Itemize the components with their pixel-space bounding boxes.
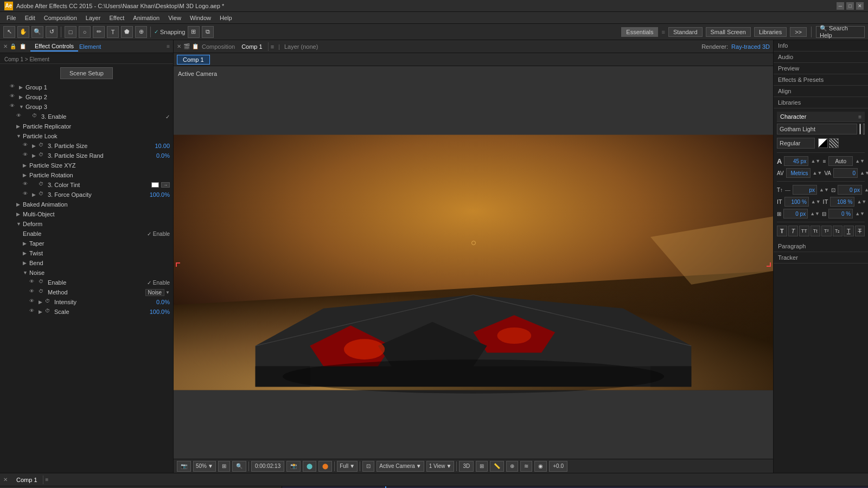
force-opacity-item[interactable]: 👁 ▶ ⏱ 3. Force Opacity 100.0% xyxy=(0,190,173,200)
group2-item[interactable]: 👁 ▶ Group 2 xyxy=(0,92,173,102)
align-section[interactable]: Align xyxy=(774,86,868,97)
tsume-up[interactable]: ▲▼ xyxy=(864,185,868,195)
zoom-tool[interactable]: 🔍 xyxy=(31,26,43,38)
font-size-up[interactable]: ▲▼ xyxy=(810,156,820,166)
noise-method-arrow[interactable]: ▼ xyxy=(165,290,170,295)
lang-up[interactable]: ▲▼ xyxy=(855,209,865,219)
rotate-tool[interactable]: ↺ xyxy=(46,26,58,38)
workspace-small-screen[interactable]: Small Screen xyxy=(706,27,751,37)
effects-presets-section[interactable]: Effects & Presets xyxy=(774,74,868,86)
workspace-standard[interactable]: Standard xyxy=(668,27,703,37)
color-tint-arrow-btn[interactable]: → xyxy=(161,182,170,188)
comp-close[interactable]: ✕ xyxy=(177,43,181,49)
views-dropdown[interactable]: 1 View ▼ xyxy=(426,461,455,472)
particle-size-eye[interactable]: 👁 xyxy=(23,142,30,150)
motion-blur-btn[interactable]: ≋ xyxy=(520,461,532,472)
noise-scale-arrow[interactable]: ▶ xyxy=(39,309,45,314)
sub-btn[interactable]: T₂ xyxy=(833,226,843,236)
noise-scale-item[interactable]: 👁 ▶ ⏱ Scale 100.0% xyxy=(0,307,173,317)
gradient-swatch[interactable] xyxy=(818,138,828,148)
italic-btn[interactable]: T xyxy=(788,226,799,236)
baked-animation-item[interactable]: ▶ Baked Animation xyxy=(0,200,173,209)
noise-enable-eye[interactable]: 👁 xyxy=(29,279,37,286)
color-tint-swatch[interactable] xyxy=(151,182,159,188)
noise-scale-value[interactable]: 100.0% xyxy=(150,309,170,315)
color-btn[interactable]: ⬤ xyxy=(303,461,316,472)
particle-rotation-arrow[interactable]: ▶ xyxy=(23,172,29,178)
panel-menu-icon[interactable]: ≡ xyxy=(167,43,170,49)
noise-arrow[interactable]: ▼ xyxy=(23,270,29,275)
deform-item[interactable]: ▼ Deform xyxy=(0,219,173,229)
zoom-arrow[interactable]: ▼ xyxy=(208,463,213,469)
font-name-field[interactable] xyxy=(777,124,857,134)
pattern-swatch[interactable] xyxy=(829,138,839,148)
vscale-field[interactable] xyxy=(784,197,809,207)
quality-dropdown[interactable]: Full ▼ xyxy=(337,461,358,472)
noise-intensity-eye[interactable]: 👁 xyxy=(29,298,37,306)
particle-rotation-item[interactable]: ▶ Particle Rotation xyxy=(0,170,173,180)
kerning-field[interactable] xyxy=(786,168,810,178)
particle-size-rand-item[interactable]: 👁 ▶ ⏱ 3. Particle Size Rand 0.0% xyxy=(0,151,173,160)
color-tint-item[interactable]: 👁 ⏱ 3. Color Tint → xyxy=(0,180,173,190)
align-tool[interactable]: ⊞ xyxy=(188,26,200,38)
menu-layer[interactable]: Layer xyxy=(81,14,105,22)
group3-item[interactable]: 👁 ▼ Group 3 xyxy=(0,102,173,112)
timeline-close[interactable]: ✕ xyxy=(3,477,8,483)
group2-eye[interactable]: 👁 xyxy=(10,93,17,101)
workspace-libraries[interactable]: Libraries xyxy=(754,27,787,37)
font-size-field[interactable] xyxy=(784,156,808,166)
workspace-expand[interactable]: ≡ xyxy=(661,29,665,35)
stroke-color[interactable] xyxy=(863,124,865,134)
timeline-comp1-tab[interactable]: Comp 1 xyxy=(11,476,43,484)
camera-arrow[interactable]: ▼ xyxy=(416,463,422,469)
mask-tool[interactable]: ⧉ xyxy=(202,26,214,38)
multi-object-item[interactable]: ▶ Multi-Object xyxy=(0,209,173,219)
baseline-up[interactable]: ▲▼ xyxy=(819,185,829,195)
close-button[interactable]: ✕ xyxy=(856,2,864,10)
bend-arrow[interactable]: ▶ xyxy=(23,260,29,266)
particle-look-arrow[interactable]: ▼ xyxy=(16,133,23,139)
minimize-button[interactable]: ─ xyxy=(837,2,844,10)
fit-btn[interactable]: ⊞ xyxy=(218,461,230,472)
noise-scale-eye[interactable]: 👁 xyxy=(29,308,37,316)
noise-enable-item[interactable]: 👁 ⏱ Enable ✓ Enable xyxy=(0,278,173,287)
puppet-tool[interactable]: ⊕ xyxy=(135,26,147,38)
caps-btn[interactable]: TT xyxy=(799,226,809,236)
noise-method-eye[interactable]: 👁 xyxy=(29,288,37,296)
kerning-up[interactable]: ▲▼ xyxy=(813,168,822,178)
group2-arrow[interactable]: ▶ xyxy=(19,94,25,100)
smallcaps-btn[interactable]: Tt xyxy=(810,226,821,236)
menu-help[interactable]: Help xyxy=(215,14,237,22)
search-help-input[interactable]: 🔍 Search Help xyxy=(816,26,865,38)
3d-btn[interactable]: 3D xyxy=(459,461,474,472)
selection-tool[interactable]: ↖ xyxy=(3,26,15,38)
baked-animation-arrow[interactable]: ▶ xyxy=(16,202,23,207)
views-arrow[interactable]: ▼ xyxy=(446,463,452,469)
particle-size-rand-arrow[interactable]: ▶ xyxy=(32,153,39,158)
particle-size-rand-eye[interactable]: 👁 xyxy=(23,152,30,159)
menu-edit[interactable]: Edit xyxy=(21,14,40,22)
shape-tool[interactable]: ⬟ xyxy=(121,26,133,38)
font-style-field[interactable] xyxy=(777,138,815,149)
audio-section[interactable]: Audio xyxy=(774,52,868,63)
menu-animation[interactable]: Animation xyxy=(129,14,164,22)
menu-file[interactable]: File xyxy=(2,14,21,22)
workspace-more[interactable]: >> xyxy=(790,27,807,37)
noise-method-item[interactable]: 👁 ⏱ Method Noise ▼ xyxy=(0,287,173,297)
group1-item[interactable]: 👁 ▶ Group 1 xyxy=(0,82,173,92)
bend-item[interactable]: ▶ Bend xyxy=(0,258,173,268)
leading-up[interactable]: ▲▼ xyxy=(855,156,865,166)
taper-arrow[interactable]: ▶ xyxy=(23,241,29,246)
tracker-section[interactable]: Tracker xyxy=(774,252,868,264)
group1-eye[interactable]: 👁 xyxy=(10,84,17,91)
super-btn[interactable]: T² xyxy=(821,226,832,236)
particle-size-rand-value[interactable]: 0.0% xyxy=(156,152,170,159)
deform-enable-item[interactable]: Enable ✓ Enable xyxy=(0,229,173,239)
snap-btn[interactable]: ⊕ xyxy=(506,461,518,472)
particle-size-xyz-item[interactable]: ▶ Particle Size XYZ xyxy=(0,160,173,170)
effect-controls-tab[interactable]: Effect Controls xyxy=(30,42,78,52)
rulers-btn[interactable]: 📏 xyxy=(490,461,504,472)
preview-section[interactable]: Preview xyxy=(774,63,868,74)
noise-intensity-item[interactable]: 👁 ▶ ⏱ Intensity 0.0% xyxy=(0,297,173,307)
vscale-up[interactable]: ▲▼ xyxy=(811,197,821,207)
